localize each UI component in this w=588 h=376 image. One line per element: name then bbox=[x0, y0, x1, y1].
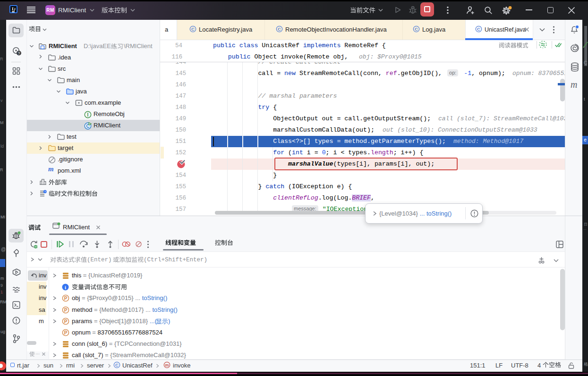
svg-text:C: C bbox=[115, 362, 119, 368]
svg-text:P: P bbox=[64, 296, 68, 301]
svg-text:i: i bbox=[65, 285, 66, 290]
svg-text:P: P bbox=[64, 319, 68, 324]
svg-text:I: I bbox=[87, 112, 89, 117]
svg-text:C: C bbox=[415, 26, 418, 32]
svg-text:C: C bbox=[278, 26, 281, 32]
svg-text:C: C bbox=[191, 26, 195, 32]
svg-text:P: P bbox=[64, 330, 68, 335]
svg-text:P: P bbox=[64, 308, 68, 313]
svg-text:m: m bbox=[165, 363, 169, 368]
svg-text:C: C bbox=[477, 26, 480, 32]
svg-text:?: ? bbox=[18, 51, 20, 56]
